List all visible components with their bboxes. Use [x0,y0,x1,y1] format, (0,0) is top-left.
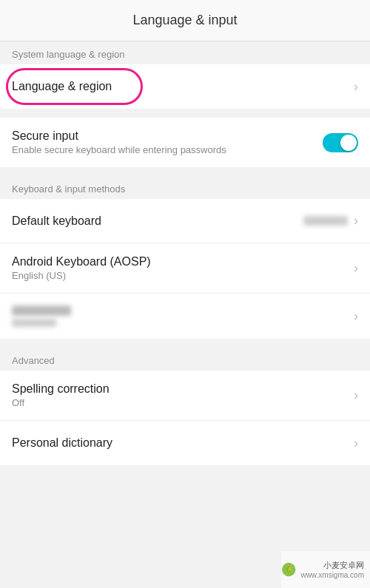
section-advanced-list: Spelling correction Off › Personal dicti… [0,371,370,465]
watermark-logo: 🌾 [281,558,296,581]
secure-input-right [323,133,358,152]
secure-input-item[interactable]: Secure input Enable secure keyboard whil… [0,118,370,167]
blurred-keyboard-subtitle [12,319,56,327]
chevron-icon: › [354,436,358,451]
android-keyboard-item[interactable]: Android Keyboard (AOSP) English (US) › [0,243,370,294]
spelling-correction-subtitle: Off [12,397,354,408]
personal-dictionary-title: Personal dictionary [12,436,354,450]
secure-input-subtitle: Enable secure keyboard while entering pa… [12,144,323,155]
language-region-item[interactable]: Language & region › [0,64,370,109]
section-label-system: System language & region [0,41,370,64]
chevron-icon: › [354,260,358,276]
divider-1 [0,109,370,118]
blurred-keyboard-item[interactable]: › [0,294,370,339]
secure-input-toggle[interactable] [323,133,358,152]
personal-dictionary-content: Personal dictionary [12,436,354,450]
watermark-url: www.xmsigma.com [300,571,364,579]
section-secure-list: Secure input Enable secure keyboard whil… [0,118,370,167]
android-keyboard-right: › [354,260,358,276]
blurred-keyboard-title [12,305,71,316]
personal-dictionary-item[interactable]: Personal dictionary › [0,421,370,465]
section-system-list: Language & region › [0,64,370,109]
section-keyboard-list: Default keyboard › Android Keyboard (AOS… [0,199,370,339]
spelling-correction-title: Spelling correction [12,382,354,396]
section-label-advanced: Advanced [0,348,370,371]
spelling-correction-item[interactable]: Spelling correction Off › [0,371,370,421]
chevron-icon: › [354,308,358,324]
default-keyboard-right: › [303,213,358,229]
spelling-correction-content: Spelling correction Off [12,382,354,408]
watermark-name: 小麦安卓网 [323,560,364,571]
divider-3 [0,339,370,348]
toggle-knob [340,135,357,151]
svg-text:🌾: 🌾 [285,566,293,574]
personal-dictionary-right: › [354,436,358,451]
app-header: Language & input [0,0,370,41]
android-keyboard-title: Android Keyboard (AOSP) [12,255,354,268]
language-region-title: Language & region [12,80,354,93]
spelling-correction-right: › [354,388,358,403]
section-label-keyboard: Keyboard & input methods [0,176,370,199]
language-region-content: Language & region [12,80,354,93]
divider-2 [0,167,370,176]
chevron-icon: › [354,213,358,229]
page-title: Language & input [132,13,237,28]
android-keyboard-content: Android Keyboard (AOSP) English (US) [12,255,354,281]
default-keyboard-item[interactable]: Default keyboard › [0,199,370,243]
watermark: 🌾 小麦安卓网 www.xmsigma.com [281,551,370,588]
chevron-icon: › [354,79,358,95]
blurred-keyboard-right: › [354,308,358,324]
android-keyboard-subtitle: English (US) [12,270,354,281]
default-keyboard-content: Default keyboard [12,214,303,228]
language-region-right: › [354,79,358,95]
secure-input-title: Secure input [12,129,323,143]
blurred-keyboard-content [12,305,354,327]
secure-input-content: Secure input Enable secure keyboard whil… [12,129,323,155]
chevron-icon: › [354,388,358,403]
default-keyboard-value-blurred [303,216,348,226]
default-keyboard-title: Default keyboard [12,214,303,228]
